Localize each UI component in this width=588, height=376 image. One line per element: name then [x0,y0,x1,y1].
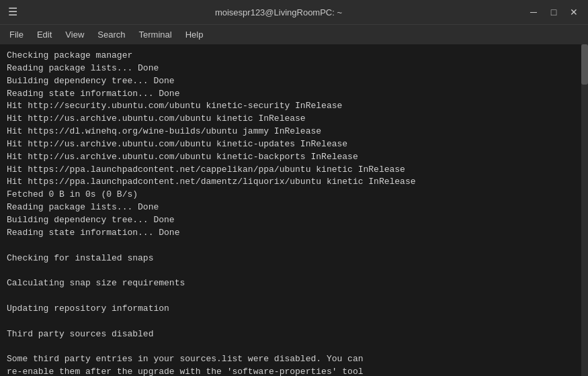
scrollbar[interactable] [581,44,588,376]
terminal-line: Updating repository information [7,303,581,316]
terminal-line [7,265,581,277]
terminal-line: Hit http://us.archive.ubuntu.com/ubuntu … [7,113,581,126]
close-button[interactable]: ✕ [565,5,583,19]
terminal-line: Hit https://ppa.launchpadcontent.net/cap… [7,164,581,177]
terminal-line: Calculating snap size requirements [7,277,581,290]
terminal-line: Fetched 0 B in 0s (0 B/s) [7,189,581,201]
title-bar-left: ☰ [5,3,32,21]
terminal-line [7,290,581,303]
terminal-line: Building dependency tree... Done [7,75,581,88]
terminal-line: Reading state information... Done [7,227,581,240]
terminal-line [7,316,581,328]
terminal-line: Hit http://security.ubuntu.com/ubuntu ki… [7,100,581,113]
menu-search[interactable]: Search [91,27,132,42]
terminal-line [7,340,581,353]
terminal-line: Checking package manager [7,50,581,62]
terminal-output: Checking package managerReading package … [7,50,581,376]
terminal-line [7,240,581,252]
terminal-line: Checking for installed snaps [7,252,581,265]
maximize-button[interactable]: □ [545,5,562,19]
terminal-window: ☰ moisespr123@LivingRoomPC: ~ ─ □ ✕ File… [0,0,588,376]
menu-help[interactable]: Help [179,27,210,42]
title-bar: ☰ moisespr123@LivingRoomPC: ~ ─ □ ✕ [0,0,588,24]
terminal-body[interactable]: Checking package managerReading package … [0,44,588,376]
title-bar-controls: ─ □ ✕ [525,5,583,19]
minimize-button[interactable]: ─ [525,5,542,19]
window-title: moisespr123@LivingRoomPC: ~ [32,7,525,17]
menu-terminal[interactable]: Terminal [132,27,179,42]
terminal-line: Hit http://us.archive.ubuntu.com/ubuntu … [7,151,581,164]
menu-view[interactable]: View [58,27,91,42]
terminal-line: Hit https://ppa.launchpadcontent.net/dam… [7,176,581,189]
scrollbar-thumb[interactable] [581,44,588,85]
terminal-line: Some third party entries in your sources… [7,353,581,366]
terminal-line: Reading package lists... Done [7,62,581,75]
hamburger-icon[interactable]: ☰ [5,3,20,21]
terminal-line: Building dependency tree... Done [7,214,581,227]
terminal-line: Reading state information... Done [7,88,581,101]
terminal-line: re-enable them after the upgrade with th… [7,366,581,376]
menu-edit[interactable]: Edit [30,27,58,42]
terminal-line: Reading package lists... Done [7,201,581,214]
terminal-line: Hit http://us.archive.ubuntu.com/ubuntu … [7,138,581,151]
menu-bar: File Edit View Search Terminal Help [0,24,588,44]
terminal-line: Hit https://dl.winehq.org/wine-builds/ub… [7,126,581,138]
terminal-line: Third party sources disabled [7,328,581,341]
menu-file[interactable]: File [3,27,30,42]
